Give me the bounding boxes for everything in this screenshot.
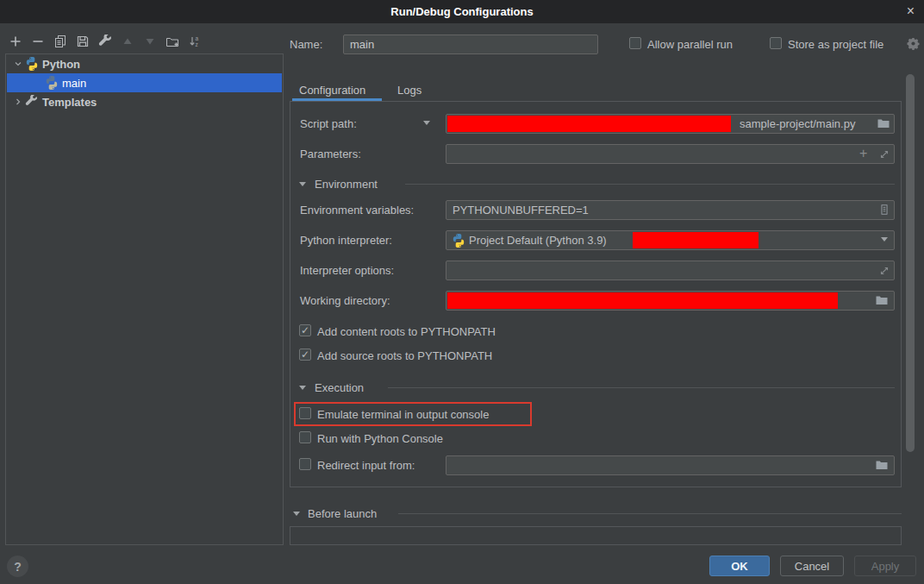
chevron-down-icon[interactable] [11,57,25,71]
environment-variables-label: Environment variables: [300,204,414,217]
remove-configuration-icon[interactable] [31,35,45,48]
section-divider [398,513,902,514]
redirect-input-field[interactable] [446,455,895,475]
new-folder-icon[interactable] [165,35,179,48]
check-icon: ✓ [301,325,309,336]
environment-collapse-icon[interactable] [299,182,306,186]
emulate-terminal-checkbox[interactable] [299,407,311,419]
add-source-roots-label: Add source roots to PYTHONPATH [317,349,492,362]
add-content-roots-checkbox[interactable]: ✓ [299,324,311,336]
move-up-icon [121,35,134,48]
save-configuration-icon[interactable] [76,35,90,48]
help-button[interactable]: ? [7,556,28,577]
close-icon[interactable]: × [907,3,915,20]
execution-collapse-icon[interactable] [299,386,306,390]
chevron-right-icon[interactable] [11,95,25,109]
python-icon [25,57,39,71]
run-python-console-checkbox[interactable] [299,431,311,443]
tree-item-label: Python [42,58,80,71]
svg-text:a: a [196,35,199,41]
title-bar: Run/Debug Configurations × [0,0,924,23]
wrench-icon [25,95,39,109]
folder-browse-icon[interactable] [875,458,889,472]
edit-variables-icon[interactable] [877,203,891,217]
before-launch-collapse-icon[interactable] [293,512,300,516]
redacted-region [447,292,838,309]
environment-variables-field[interactable]: PYTHONUNBUFFERED=1 [446,200,895,220]
tree-item-python[interactable]: Python [7,54,282,73]
add-configuration-icon[interactable] [9,35,22,48]
script-path-label: Script path: [300,117,357,130]
emulate-terminal-label: Emulate terminal in output console [317,408,489,421]
section-divider [388,387,895,388]
parameters-label: Parameters: [300,148,361,160]
tree-item-label: Templates [42,96,97,109]
help-icon: ? [14,560,22,574]
allow-parallel-run-label: Allow parallel run [647,38,733,51]
vertical-scrollbar[interactable] [906,74,915,452]
interpreter-options-label: Interpreter options: [300,264,394,277]
name-input[interactable] [343,35,598,54]
configurations-toolbar: az [9,33,202,50]
tab-configuration[interactable]: Configuration [299,84,365,97]
python-interpreter-label: Python interpreter: [300,234,392,247]
allow-parallel-run-checkbox[interactable] [629,37,641,49]
folder-browse-icon[interactable] [877,116,890,130]
cancel-button[interactable]: Cancel [780,556,844,576]
python-icon [452,234,465,248]
name-label: Name: [290,38,322,51]
redacted-region [633,232,759,248]
move-down-icon [143,35,157,48]
redirect-input-label: Redirect input from: [317,459,415,472]
tree-item-templates[interactable]: Templates [7,92,282,111]
run-debug-configurations-dialog: Run/Debug Configurations × az [0,0,924,584]
execution-section-label: Execution [315,381,364,394]
ok-button[interactable]: OK [709,556,770,576]
before-launch-section-label: Before launch [308,507,377,520]
expand-field-icon[interactable] [877,264,891,278]
folder-browse-icon[interactable] [875,293,889,307]
parameters-field[interactable] [446,144,895,164]
check-icon: ✓ [301,349,309,360]
tree-item-label: main [62,77,86,90]
redirect-input-checkbox[interactable] [299,458,311,470]
script-path-value: sample-project/main.py [734,117,855,130]
script-path-dropdown-icon[interactable] [423,121,430,125]
edit-templates-icon[interactable] [98,35,112,48]
apply-button[interactable]: Apply [854,556,916,576]
tab-logs[interactable]: Logs [397,84,421,97]
tree-item-main[interactable]: main [7,73,282,92]
python-interpreter-value: Project Default (Python 3.9) [465,234,607,247]
interpreter-dropdown-icon[interactable] [881,237,888,242]
working-directory-label: Working directory: [300,294,390,307]
dialog-title: Run/Debug Configurations [390,5,533,18]
svg-text:z: z [196,41,198,47]
section-divider [405,184,895,185]
environment-variables-value: PYTHONUNBUFFERED=1 [446,204,589,217]
redacted-region [447,116,731,132]
configurations-tree: Python main Templates [5,53,284,545]
run-python-console-label: Run with Python Console [317,432,443,445]
store-as-project-file-label: Store as project file [788,38,883,51]
sort-configurations-icon[interactable]: az [188,35,202,48]
before-launch-task-list[interactable] [290,526,902,545]
gear-icon[interactable] [906,36,920,50]
interpreter-options-field[interactable] [446,261,895,280]
add-content-roots-label: Add content roots to PYTHONPATH [317,325,496,338]
add-source-roots-checkbox[interactable]: ✓ [299,349,311,361]
python-icon [45,76,59,90]
environment-section-label: Environment [315,178,378,191]
insert-macro-icon[interactable]: + [859,147,867,160]
copy-configuration-icon[interactable] [53,35,67,48]
store-as-project-file-checkbox[interactable] [770,37,782,49]
expand-field-icon[interactable] [877,148,891,161]
